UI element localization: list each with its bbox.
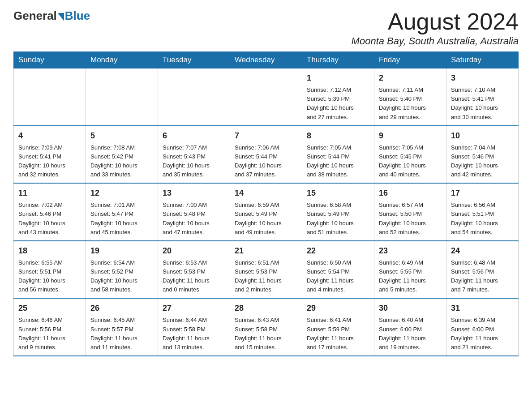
day-info: Sunrise: 6:50 AMSunset: 5:54 PMDaylight:… (307, 258, 369, 295)
day-info: Sunrise: 6:58 AMSunset: 5:49 PMDaylight:… (307, 201, 369, 237)
calendar-table: SundayMondayTuesdayWednesdayThursdayFrid… (13, 51, 519, 356)
day-number: 22 (307, 245, 369, 257)
day-number: 25 (18, 302, 81, 314)
calendar-cell: 23Sunrise: 6:49 AMSunset: 5:55 PMDayligh… (374, 241, 446, 299)
calendar-week-row: 4Sunrise: 7:09 AMSunset: 5:41 PMDaylight… (14, 126, 519, 184)
calendar-week-row: 11Sunrise: 7:02 AMSunset: 5:46 PMDayligh… (14, 183, 519, 241)
calendar-cell: 12Sunrise: 7:01 AMSunset: 5:47 PMDayligh… (86, 183, 158, 241)
day-number: 1 (307, 72, 369, 84)
location-subtitle: Moonta Bay, South Australia, Australia (352, 35, 519, 47)
header-day-tuesday: Tuesday (158, 52, 230, 68)
logo: General Blue (13, 9, 90, 23)
day-info: Sunrise: 6:48 AMSunset: 5:56 PMDaylight:… (451, 258, 514, 295)
calendar-cell: 5Sunrise: 7:08 AMSunset: 5:42 PMDaylight… (86, 126, 158, 184)
day-info: Sunrise: 7:05 AMSunset: 5:44 PMDaylight:… (307, 143, 369, 180)
day-info: Sunrise: 7:06 AMSunset: 5:44 PMDaylight:… (235, 143, 297, 180)
calendar-week-row: 25Sunrise: 6:46 AMSunset: 5:56 PMDayligh… (14, 298, 519, 356)
calendar-cell: 14Sunrise: 6:59 AMSunset: 5:49 PMDayligh… (230, 183, 302, 241)
header-day-saturday: Saturday (446, 52, 519, 68)
calendar-cell: 9Sunrise: 7:05 AMSunset: 5:45 PMDaylight… (374, 126, 446, 184)
logo-general-text: General (13, 9, 57, 23)
header-day-wednesday: Wednesday (230, 52, 302, 68)
calendar-cell: 11Sunrise: 7:02 AMSunset: 5:46 PMDayligh… (14, 183, 86, 241)
page-header: General Blue August 2024 Moonta Bay, Sou… (13, 9, 519, 47)
day-info: Sunrise: 7:04 AMSunset: 5:46 PMDaylight:… (451, 143, 514, 180)
day-info: Sunrise: 7:00 AMSunset: 5:48 PMDaylight:… (163, 201, 225, 237)
day-info: Sunrise: 7:05 AMSunset: 5:45 PMDaylight:… (379, 143, 442, 180)
day-number: 11 (18, 187, 81, 199)
day-number: 30 (379, 302, 442, 314)
day-number: 18 (18, 245, 81, 257)
month-year-title: August 2024 (352, 9, 519, 34)
day-info: Sunrise: 7:02 AMSunset: 5:46 PMDaylight:… (18, 201, 81, 237)
calendar-cell: 29Sunrise: 6:41 AMSunset: 5:59 PMDayligh… (302, 298, 374, 356)
calendar-cell: 21Sunrise: 6:51 AMSunset: 5:53 PMDayligh… (230, 241, 302, 299)
day-number: 26 (90, 302, 153, 314)
calendar-cell: 4Sunrise: 7:09 AMSunset: 5:41 PMDaylight… (14, 126, 86, 184)
day-number: 12 (90, 187, 153, 199)
day-info: Sunrise: 6:49 AMSunset: 5:55 PMDaylight:… (379, 258, 442, 295)
day-number: 20 (163, 245, 225, 257)
calendar-week-row: 1Sunrise: 7:12 AMSunset: 5:39 PMDaylight… (14, 68, 519, 126)
day-number: 24 (451, 245, 514, 257)
day-number: 3 (451, 72, 514, 84)
day-number: 2 (379, 72, 442, 84)
logo-blue-text: Blue (65, 9, 90, 23)
day-number: 31 (451, 302, 514, 314)
day-number: 14 (235, 187, 297, 199)
header-day-sunday: Sunday (14, 52, 86, 68)
day-info: Sunrise: 6:41 AMSunset: 5:59 PMDaylight:… (307, 316, 369, 352)
day-number: 27 (163, 302, 225, 314)
day-info: Sunrise: 6:46 AMSunset: 5:56 PMDaylight:… (18, 316, 81, 352)
calendar-cell (230, 68, 302, 126)
day-number: 7 (235, 130, 297, 142)
day-info: Sunrise: 6:39 AMSunset: 6:00 PMDaylight:… (451, 316, 514, 352)
day-number: 9 (379, 130, 442, 142)
day-info: Sunrise: 7:11 AMSunset: 5:40 PMDaylight:… (379, 86, 442, 122)
calendar-cell: 8Sunrise: 7:05 AMSunset: 5:44 PMDaylight… (302, 126, 374, 184)
header-day-monday: Monday (86, 52, 158, 68)
day-info: Sunrise: 6:45 AMSunset: 5:57 PMDaylight:… (90, 316, 153, 352)
day-info: Sunrise: 6:59 AMSunset: 5:49 PMDaylight:… (235, 201, 297, 237)
day-info: Sunrise: 6:55 AMSunset: 5:51 PMDaylight:… (18, 258, 81, 295)
calendar-header-row: SundayMondayTuesdayWednesdayThursdayFrid… (14, 52, 519, 68)
calendar-cell: 15Sunrise: 6:58 AMSunset: 5:49 PMDayligh… (302, 183, 374, 241)
calendar-cell: 31Sunrise: 6:39 AMSunset: 6:00 PMDayligh… (446, 298, 519, 356)
calendar-cell (14, 68, 86, 126)
calendar-cell: 22Sunrise: 6:50 AMSunset: 5:54 PMDayligh… (302, 241, 374, 299)
calendar-cell: 7Sunrise: 7:06 AMSunset: 5:44 PMDaylight… (230, 126, 302, 184)
calendar-cell: 30Sunrise: 6:40 AMSunset: 6:00 PMDayligh… (374, 298, 446, 356)
day-number: 19 (90, 245, 153, 257)
day-info: Sunrise: 6:51 AMSunset: 5:53 PMDaylight:… (235, 258, 297, 295)
calendar-cell: 1Sunrise: 7:12 AMSunset: 5:39 PMDaylight… (302, 68, 374, 126)
day-number: 15 (307, 187, 369, 199)
calendar-cell: 18Sunrise: 6:55 AMSunset: 5:51 PMDayligh… (14, 241, 86, 299)
day-info: Sunrise: 7:10 AMSunset: 5:41 PMDaylight:… (451, 86, 514, 122)
calendar-cell: 13Sunrise: 7:00 AMSunset: 5:48 PMDayligh… (158, 183, 230, 241)
day-number: 21 (235, 245, 297, 257)
day-number: 4 (18, 130, 81, 142)
day-info: Sunrise: 6:40 AMSunset: 6:00 PMDaylight:… (379, 316, 442, 352)
calendar-cell: 26Sunrise: 6:45 AMSunset: 5:57 PMDayligh… (86, 298, 158, 356)
logo-arrow-icon (58, 13, 64, 21)
day-info: Sunrise: 6:57 AMSunset: 5:50 PMDaylight:… (379, 201, 442, 237)
title-section: August 2024 Moonta Bay, South Australia,… (352, 9, 519, 47)
day-number: 17 (451, 187, 514, 199)
calendar-cell (158, 68, 230, 126)
day-number: 13 (163, 187, 225, 199)
calendar-cell: 2Sunrise: 7:11 AMSunset: 5:40 PMDaylight… (374, 68, 446, 126)
day-info: Sunrise: 6:53 AMSunset: 5:53 PMDaylight:… (163, 258, 225, 295)
day-info: Sunrise: 7:08 AMSunset: 5:42 PMDaylight:… (90, 143, 153, 180)
day-info: Sunrise: 7:12 AMSunset: 5:39 PMDaylight:… (307, 86, 369, 122)
header-day-friday: Friday (374, 52, 446, 68)
calendar-cell: 6Sunrise: 7:07 AMSunset: 5:43 PMDaylight… (158, 126, 230, 184)
day-info: Sunrise: 6:43 AMSunset: 5:58 PMDaylight:… (235, 316, 297, 352)
day-number: 16 (379, 187, 442, 199)
day-info: Sunrise: 6:44 AMSunset: 5:58 PMDaylight:… (163, 316, 225, 352)
calendar-cell: 3Sunrise: 7:10 AMSunset: 5:41 PMDaylight… (446, 68, 519, 126)
day-info: Sunrise: 6:54 AMSunset: 5:52 PMDaylight:… (90, 258, 153, 295)
day-number: 23 (379, 245, 442, 257)
calendar-week-row: 18Sunrise: 6:55 AMSunset: 5:51 PMDayligh… (14, 241, 519, 299)
calendar-cell: 27Sunrise: 6:44 AMSunset: 5:58 PMDayligh… (158, 298, 230, 356)
day-info: Sunrise: 6:56 AMSunset: 5:51 PMDaylight:… (451, 201, 514, 237)
